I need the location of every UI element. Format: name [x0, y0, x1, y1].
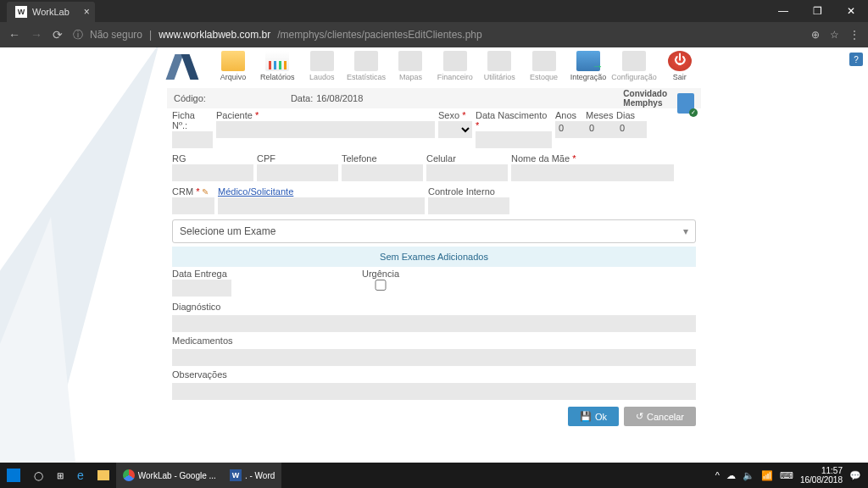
controle-input[interactable]: [428, 197, 509, 214]
toolbar-sair[interactable]: Sair: [659, 51, 701, 81]
celular-input[interactable]: [426, 164, 508, 181]
nascimento-input[interactable]: [476, 131, 552, 148]
task-view-button[interactable]: ⊞: [50, 463, 70, 488]
observacoes-input[interactable]: [172, 383, 696, 400]
briefcase-icon: [487, 51, 511, 71]
toolbar-estatisticas[interactable]: Estatísticas: [345, 51, 387, 81]
tray-onedrive-icon[interactable]: ☁: [726, 470, 736, 481]
rg-label: RG: [172, 153, 253, 164]
nascimento-label: Data Nascimento *: [476, 110, 552, 130]
toolbar-label: Mapas: [399, 73, 422, 81]
tray-keyboard-icon[interactable]: ⌨: [780, 470, 793, 481]
start-button[interactable]: [0, 463, 27, 488]
tray-up-icon[interactable]: ^: [715, 470, 720, 480]
tray-notifications-icon[interactable]: 💬: [849, 470, 861, 481]
rg-input[interactable]: [172, 164, 253, 181]
zoom-icon[interactable]: ⊕: [811, 29, 820, 41]
window-minimize[interactable]: —: [766, 0, 800, 22]
toolbar-estoque[interactable]: Estoque: [522, 51, 565, 81]
document-icon: [310, 51, 334, 71]
windows-taskbar: ◯ ⊞ e WorkLab - Google ... W . - Word ^ …: [0, 463, 868, 488]
tray-wifi-icon[interactable]: 📶: [761, 470, 773, 481]
sexo-label: Sexo *: [438, 110, 472, 120]
money-icon: [443, 51, 467, 71]
sexo-select[interactable]: [438, 121, 472, 138]
cortana-button[interactable]: ◯: [27, 463, 50, 488]
entrega-input[interactable]: [172, 280, 231, 297]
app-toolbar: Arquivo Relatórios Laudos Estatísticas M…: [167, 47, 701, 88]
urgencia-checkbox[interactable]: [362, 280, 399, 291]
user-name: Memphys: [623, 98, 662, 108]
cpf-input[interactable]: [257, 164, 338, 181]
exam-select[interactable]: Selecione um Exame: [172, 219, 696, 243]
toolbar-label: Utilitários: [484, 73, 515, 81]
celular-label: Celular: [426, 153, 508, 164]
window-controls: — ❐ ✕: [766, 0, 868, 22]
paciente-input[interactable]: [216, 121, 435, 138]
cloud-icon: [576, 51, 600, 71]
toolbar-label: Configuração: [611, 73, 657, 81]
tab-close-icon[interactable]: ×: [84, 6, 90, 18]
cancel-button[interactable]: ↺ Cancelar: [624, 407, 696, 426]
toolbar-relatorios[interactable]: Relatórios: [256, 51, 298, 81]
mae-input[interactable]: [511, 164, 674, 181]
anos-label: Anos: [555, 110, 582, 120]
diagnostico-input[interactable]: [172, 315, 696, 332]
ficha-input[interactable]: [172, 131, 213, 148]
taskbar-explorer[interactable]: [91, 463, 116, 488]
tab-favicon: W: [15, 6, 27, 18]
clock-time: 11:57: [800, 466, 843, 475]
taskbar-edge[interactable]: e: [70, 463, 91, 488]
pencil-icon[interactable]: ✎: [202, 187, 209, 197]
toolbar-label: Integração: [570, 73, 607, 81]
cancel-label: Cancelar: [647, 412, 684, 422]
star-icon[interactable]: ☆: [830, 29, 839, 41]
toolbar-configuracao[interactable]: Configuração: [611, 51, 657, 81]
info-icon: ⓘ: [73, 28, 83, 42]
taskbar-chrome-label: WorkLab - Google ...: [138, 471, 216, 480]
exam-placeholder: Selecione um Exame: [180, 225, 275, 237]
mae-label: Nome da Mãe *: [511, 153, 674, 164]
windows-icon: [7, 469, 20, 482]
tray-network-icon[interactable]: 🔈: [743, 470, 754, 481]
telefone-input[interactable]: [342, 164, 423, 181]
window-close[interactable]: ✕: [834, 0, 868, 22]
forward-button[interactable]: →: [31, 28, 42, 42]
toolbar-arquivo[interactable]: Arquivo: [212, 51, 254, 81]
toolbar-label: Arquivo: [220, 73, 247, 81]
menu-icon[interactable]: ⋮: [849, 29, 860, 41]
ok-button[interactable]: 💾 Ok: [568, 407, 619, 426]
toolbar-utilitarios[interactable]: Utilitários: [478, 51, 520, 81]
url-box[interactable]: ⓘ Não seguro | www.worklabweb.com.br/mem…: [73, 28, 801, 42]
clipboard-icon[interactable]: [677, 93, 694, 114]
medico-input[interactable]: [218, 197, 425, 214]
taskbar-chrome[interactable]: WorkLab - Google ...: [116, 463, 223, 488]
tab-title: WorkLab: [32, 7, 70, 17]
toolbar-laudos[interactable]: Laudos: [301, 51, 343, 81]
window-maximize[interactable]: ❐: [800, 0, 834, 22]
toolbar-label: Estatísticas: [347, 73, 386, 81]
taskbar-word[interactable]: W . - Word: [223, 463, 281, 488]
folder-icon: [221, 51, 245, 71]
medicamentos-input[interactable]: [172, 349, 696, 366]
crm-label: CRM * ✎: [172, 186, 214, 197]
clock-date: 16/08/2018: [800, 475, 843, 485]
taskbar-clock[interactable]: 11:57 16/08/2018: [800, 466, 843, 485]
diagnostico-label: Diagnóstico: [172, 302, 696, 312]
crm-input[interactable]: [172, 197, 214, 214]
back-button[interactable]: ←: [8, 28, 20, 42]
system-tray: ^ ☁ 🔈 📶 ⌨ 11:57 16/08/2018 💬: [715, 466, 868, 485]
medico-link[interactable]: Médico/Solicitante: [218, 186, 425, 197]
browser-tab[interactable]: W WorkLab ×: [7, 2, 95, 22]
guest-label: Convidado: [623, 89, 667, 98]
url-path: /memphys/clientes/pacientesEditClientes.…: [277, 29, 481, 41]
reload-button[interactable]: ⟳: [53, 28, 63, 42]
help-icon[interactable]: ?: [849, 53, 863, 66]
toolbar-integracao[interactable]: Integração: [567, 51, 609, 81]
toolbar-mapas[interactable]: Mapas: [389, 51, 431, 81]
ficha-label: Ficha Nº.:: [172, 110, 213, 130]
calendar-icon: [398, 51, 422, 71]
taskbar-word-label: . - Word: [245, 471, 275, 480]
address-bar: ← → ⟳ ⓘ Não seguro | www.worklabweb.com.…: [0, 22, 868, 47]
toolbar-financeiro[interactable]: Financeiro: [434, 51, 476, 81]
